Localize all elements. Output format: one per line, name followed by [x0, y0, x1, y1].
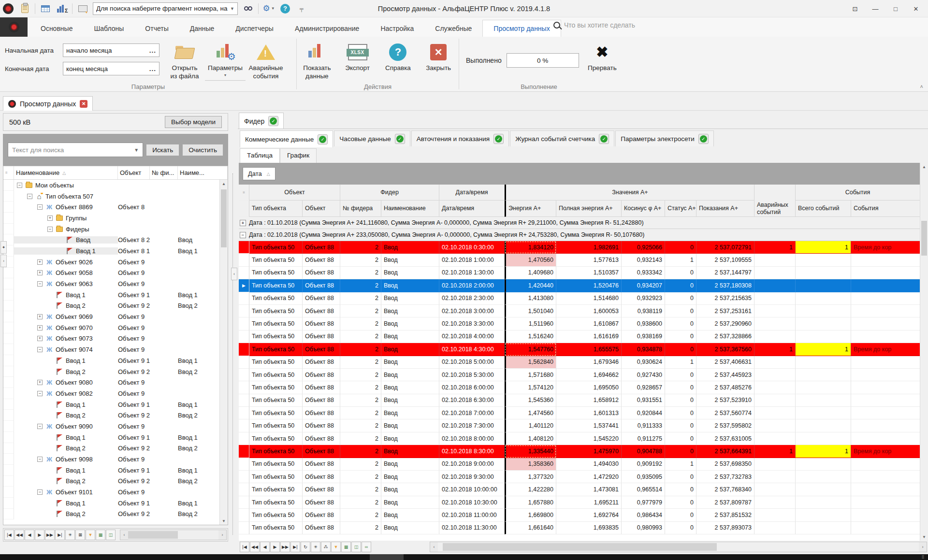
- open-from-file-button[interactable]: Открытьиз файла: [164, 41, 205, 81]
- tab-Журнал событий счетчика[interactable]: Журнал событий счетчика✓: [510, 130, 614, 146]
- table-row[interactable]: Тип объекта 50Объект 882Ввод02.10.2018 3…: [239, 305, 920, 317]
- table-row[interactable]: Тип объекта 50Объект 882Ввод02.10.2018 6…: [239, 394, 920, 407]
- tree-column-header-2[interactable]: Объект: [118, 166, 150, 179]
- tree-pager-button-8[interactable]: ⊠: [75, 530, 85, 540]
- ribbon-tab-Основные[interactable]: Основные: [30, 20, 83, 37]
- column-header-13[interactable]: События: [851, 201, 920, 217]
- ribbon-tab-Диспетчеры[interactable]: Диспетчеры: [225, 20, 284, 37]
- column-header-5[interactable]: Дата/время: [439, 201, 505, 217]
- start-date-more-button[interactable]: ...: [149, 47, 156, 54]
- table-row[interactable]: Тип объекта 50Объект 882Ввод02.10.2018 2…: [239, 292, 920, 305]
- chevron-down-icon[interactable]: ▼: [134, 147, 139, 153]
- tree-row[interactable]: Ввод 1Объект 9 1Ввод 1: [3, 289, 219, 301]
- tree-row[interactable]: +ЖОбъект 9026Объект 9: [3, 257, 219, 268]
- tree-column-header-4[interactable]: Наиме...: [178, 166, 228, 179]
- tree-row[interactable]: Ввод 2Объект 9 2Ввод 2: [3, 443, 219, 454]
- band1-header-Значения A+[interactable]: Значения A+: [505, 185, 754, 201]
- table-pager-button-3[interactable]: ◀: [260, 542, 270, 552]
- tree-row[interactable]: Ввод 1Объект 9 1Ввод 1: [3, 465, 219, 476]
- tree-expander-expand[interactable]: +: [37, 314, 43, 319]
- table-pager-button-8[interactable]: ✳: [311, 542, 320, 552]
- end-date-input[interactable]: конец месяца ...: [63, 62, 160, 75]
- tree-pager-button-3[interactable]: ◀: [25, 530, 34, 540]
- tree-row[interactable]: +Группы: [3, 213, 219, 224]
- scroll-track[interactable]: [128, 530, 218, 540]
- table-pager-button-9[interactable]: ⁂: [321, 542, 331, 552]
- tree-expander-collapse[interactable]: −: [37, 204, 43, 210]
- start-date-input[interactable]: начало месяца ...: [63, 43, 160, 57]
- alarm-events-button[interactable]: Аварийныесобытия: [246, 41, 286, 81]
- abort-button[interactable]: ✖ Прервать: [586, 41, 619, 72]
- scrollbar-thumb[interactable]: [443, 543, 717, 551]
- tree-row[interactable]: −ЖОбъект 9063Объект 9: [3, 278, 219, 289]
- column-header-6[interactable]: Энергия A+: [505, 201, 556, 217]
- parameters-button[interactable]: ⚙ Параметры ▾: [205, 41, 246, 81]
- table-row[interactable]: Тип объекта 50Объект 882Ввод02.10.2018 1…: [239, 267, 920, 279]
- table-row[interactable]: Тип объекта 50Объект 882Ввод02.10.2018 5…: [239, 356, 920, 369]
- collapse-ribbon-icon[interactable]: ˄: [920, 84, 923, 89]
- ribbon-tab-Администрирование[interactable]: Администрирование: [284, 20, 370, 37]
- column-header-7[interactable]: Полная энергия A+: [556, 201, 622, 217]
- column-header-12[interactable]: Всего событий: [796, 201, 851, 217]
- app-logo-icon[interactable]: [1, 2, 15, 15]
- band1-header-Объект[interactable]: Объект: [249, 185, 340, 201]
- tree-row[interactable]: +ЖОбъект 9069Объект 9: [3, 311, 219, 322]
- ribbon-tab-Данные[interactable]: Данные: [179, 20, 225, 37]
- group-expander-expand[interactable]: +: [240, 220, 246, 226]
- tree-pager-button-10[interactable]: ▦: [96, 530, 105, 540]
- tree-row[interactable]: Ввод 1Объект 9 1Ввод 1: [3, 432, 219, 443]
- column-header-9[interactable]: Статус A+: [665, 201, 696, 217]
- scrollbar-thumb[interactable]: [221, 189, 227, 247]
- tree-search-input[interactable]: Текст для поиска ▼: [8, 143, 143, 157]
- table-row[interactable]: Тип объекта 50Объект 882Ввод02.10.2018 5…: [239, 369, 920, 381]
- select-model-button[interactable]: Выбор модели: [165, 116, 222, 128]
- tree-expander-expand[interactable]: +: [37, 325, 43, 330]
- table-vertical-scrollbar[interactable]: ▲ ▼: [920, 163, 928, 541]
- tree-column-header-3[interactable]: № фи...: [150, 166, 178, 179]
- tab-Коммерческие данные[interactable]: Коммерческие данные✓: [240, 130, 333, 147]
- dock-pin-button[interactable]: ✦: [0, 241, 7, 254]
- tab-Часовые данные[interactable]: Часовые данные✓: [334, 130, 410, 146]
- tree-vertical-scrollbar[interactable]: ▲ ▼: [219, 180, 228, 525]
- dock-arrow-button[interactable]: ›: [0, 255, 7, 267]
- tab-Таблица[interactable]: Таблица: [240, 148, 280, 163]
- tree-expander-expand[interactable]: +: [47, 215, 53, 221]
- search-button[interactable]: Искать: [146, 144, 179, 156]
- app-menu-button[interactable]: [0, 17, 28, 37]
- tree-expander-collapse[interactable]: −: [37, 489, 43, 495]
- table-pager-button-1[interactable]: |◀: [240, 542, 249, 552]
- table-row[interactable]: Тип объекта 50Объект 882Ввод02.10.2018 1…: [239, 496, 920, 509]
- panel-splitter[interactable]: ‹: [231, 111, 238, 554]
- table-pager-button-13[interactable]: ∞: [362, 542, 371, 552]
- table-row[interactable]: Тип объекта 50Объект 882Ввод02.10.2018 9…: [239, 471, 920, 483]
- tree-expander-collapse[interactable]: −: [27, 194, 32, 199]
- tree-row[interactable]: Ввод 2Объект 9 2Ввод 2: [3, 410, 219, 421]
- maximize-button[interactable]: □: [885, 1, 906, 16]
- close-window-button[interactable]: ✕: [906, 1, 926, 16]
- tree-expander-expand[interactable]: +: [37, 380, 43, 385]
- tree-expander-expand[interactable]: +: [37, 270, 43, 275]
- column-header-2[interactable]: Объект: [303, 201, 340, 217]
- ribbon-tab-Шаблоны[interactable]: Шаблоны: [83, 20, 134, 37]
- table-pager-button-6[interactable]: ▶|: [290, 542, 300, 552]
- table-pager-button-7[interactable]: ↻: [301, 542, 310, 552]
- tree-pager-button-5[interactable]: ▶▶: [45, 530, 55, 540]
- tree-row[interactable]: −ЖОбъект 8869Объект 8: [3, 201, 219, 213]
- export-button[interactable]: XLSX Экспорт: [337, 41, 378, 81]
- group-by-chip-date[interactable]: Дата △: [243, 167, 276, 180]
- tree-row[interactable]: +ЖОбъект 9080Объект 9: [3, 377, 219, 388]
- table-row[interactable]: ▶Тип объекта 50Объект 882Ввод02.10.2018 …: [239, 279, 920, 292]
- tree-row[interactable]: Ввод 1Объект 9 1Ввод 1: [3, 498, 219, 509]
- clear-button[interactable]: Очистить: [182, 144, 223, 156]
- column-header-3[interactable]: № фидера: [340, 201, 381, 217]
- document-tab[interactable]: Просмотр данных ✕: [3, 96, 93, 111]
- tree-pager-button-7[interactable]: ✳: [65, 530, 75, 540]
- tree-expander-collapse[interactable]: −: [37, 424, 43, 429]
- filter-card-icon[interactable]: [75, 2, 90, 15]
- clipboard-icon[interactable]: [17, 2, 32, 15]
- table-view-icon[interactable]: [38, 2, 53, 15]
- ribbon-tab-Просмотр данных[interactable]: Просмотр данных: [482, 20, 561, 37]
- scroll-up-icon[interactable]: ▲: [920, 163, 928, 171]
- tree-pager-button-9[interactable]: ▼: [86, 530, 95, 540]
- tree-expander-expand[interactable]: +: [37, 336, 43, 341]
